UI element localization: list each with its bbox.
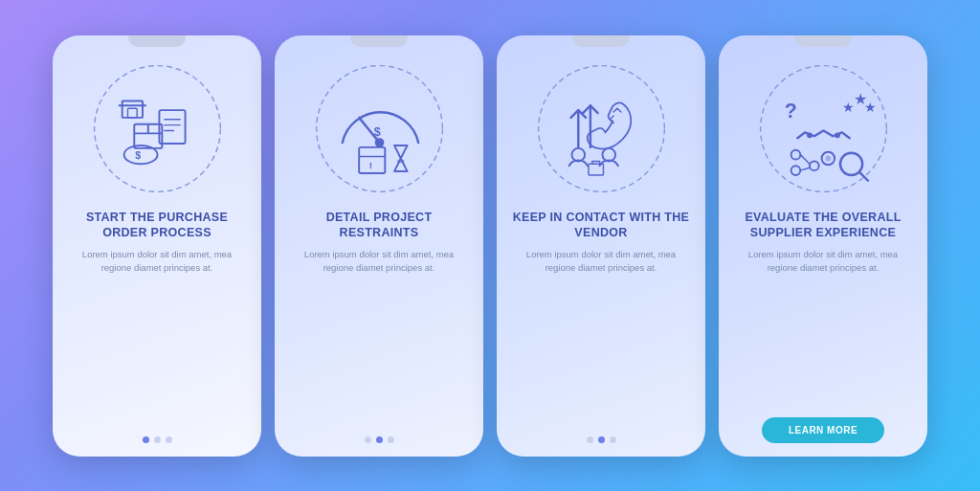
svg-line-42 xyxy=(800,167,810,170)
phone-notch-3 xyxy=(572,35,630,47)
dot-1-2 xyxy=(154,436,161,443)
phone-content-3: KEEP IN CONTACT WITH THE VENDOR Lorem ip… xyxy=(497,206,705,457)
svg-rect-12 xyxy=(127,108,137,118)
phone-dots-2 xyxy=(365,436,394,443)
phone-content-1: START THE PURCHASE ORDER PROCESS Lorem i… xyxy=(53,206,261,457)
phone-4: ★ ★ ★ ? xyxy=(719,35,927,457)
phone-dots-3 xyxy=(587,436,616,443)
dot-3-3 xyxy=(610,436,616,443)
svg-point-44 xyxy=(825,156,831,162)
dot-2-2 xyxy=(376,436,383,443)
phone-content-2: DETAIL PROJECT RESTRAINTS Lorem ipsum do… xyxy=(275,206,483,457)
svg-text:$: $ xyxy=(135,149,141,161)
svg-point-29 xyxy=(760,66,886,192)
dot-1-1 xyxy=(143,436,149,443)
dot-3-2 xyxy=(598,436,605,443)
svg-text:$: $ xyxy=(373,125,380,139)
dot-2-1 xyxy=(365,436,371,443)
phone-notch-4 xyxy=(794,35,852,47)
svg-rect-4 xyxy=(159,110,185,144)
svg-rect-10 xyxy=(122,100,142,117)
svg-point-39 xyxy=(809,161,818,170)
svg-point-26 xyxy=(571,148,585,162)
phone-title-3: KEEP IN CONTACT WITH THE VENDOR xyxy=(512,210,690,241)
phones-container: $ START THE PURCHASE ORDER PROCESS Lorem… xyxy=(33,16,947,476)
phone-3: KEEP IN CONTACT WITH THE VENDOR Lorem ip… xyxy=(497,35,705,457)
svg-text:!: ! xyxy=(368,160,371,170)
phone-2: $ ! DETAIL PROJECT RESTRAINTS Lorem ipsu… xyxy=(275,35,483,457)
phone-desc-1: Lorem ipsum dolor sit dim amet, mea regi… xyxy=(68,248,246,276)
svg-text:?: ? xyxy=(784,100,796,123)
phone-title-1: START THE PURCHASE ORDER PROCESS xyxy=(68,210,246,241)
illustration-purchase-order: $ xyxy=(80,53,234,206)
svg-point-34 xyxy=(807,132,813,138)
svg-rect-28 xyxy=(588,164,603,175)
svg-point-15 xyxy=(374,138,384,147)
phone-desc-2: Lorem ipsum dolor sit dim amet, mea regi… xyxy=(290,248,468,276)
svg-point-38 xyxy=(791,150,800,160)
phone-desc-3: Lorem ipsum dolor sit dim amet, mea regi… xyxy=(512,248,690,276)
dot-1-3 xyxy=(166,436,172,443)
phone-desc-4: Lorem ipsum dolor sit dim amet, mea regi… xyxy=(734,248,912,276)
phone-title-2: DETAIL PROJECT RESTRAINTS xyxy=(290,210,468,241)
svg-text:★: ★ xyxy=(864,100,877,115)
phone-1: $ START THE PURCHASE ORDER PROCESS Lorem… xyxy=(53,35,261,457)
phone-title-4: EVALUATE THE OVERALL SUPPLIER EXPERIENCE xyxy=(734,210,912,241)
dot-2-3 xyxy=(388,436,394,443)
svg-point-0 xyxy=(94,66,220,192)
illustration-supplier-experience: ★ ★ ★ ? xyxy=(746,53,900,206)
phone-notch-1 xyxy=(128,35,186,47)
phone-notch-2 xyxy=(350,35,408,47)
phone-dots-1 xyxy=(143,436,172,443)
svg-point-40 xyxy=(791,166,800,175)
illustration-project-restraints: $ ! xyxy=(302,53,456,206)
learn-more-button[interactable]: LEARN MORE xyxy=(762,417,884,443)
svg-line-41 xyxy=(800,155,810,165)
illustration-vendor-contact xyxy=(524,53,678,206)
svg-point-35 xyxy=(835,132,840,138)
dot-3-1 xyxy=(587,436,593,443)
svg-point-22 xyxy=(396,159,404,163)
svg-point-27 xyxy=(602,148,615,162)
phone-content-4: EVALUATE THE OVERALL SUPPLIER EXPERIENCE… xyxy=(719,206,927,457)
